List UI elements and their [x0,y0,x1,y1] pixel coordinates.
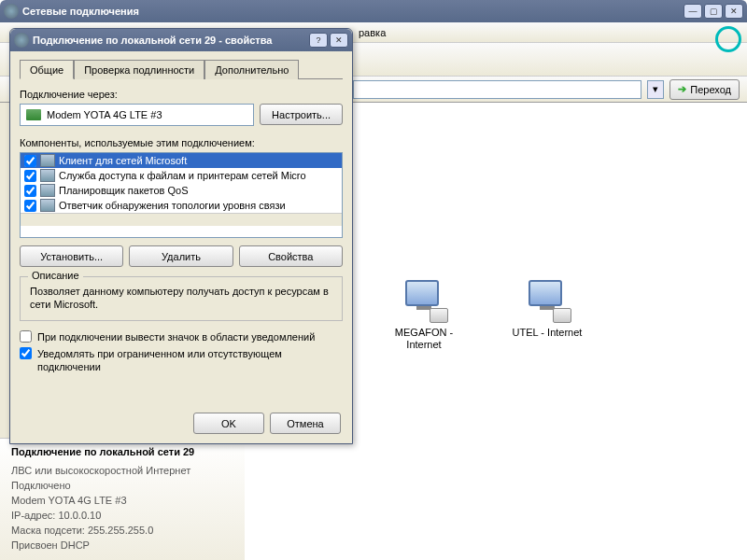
component-checkbox[interactable] [24,155,36,167]
details-title: Подключение по локальной сети 29 [11,446,233,457]
main-title: Сетевые подключения [22,6,684,17]
tab-advanced[interactable]: Дополнительно [204,60,299,79]
address-input[interactable] [353,80,641,99]
dialog-titlebar[interactable]: Подключение по локальной сети 29 - свойс… [10,29,352,51]
details-dhcp: Присвоен DHCP [11,538,233,553]
components-list[interactable]: Клиент для сетей Microsoft Служба доступ… [20,152,343,238]
component-item[interactable]: Ответчик обнаружения топологии уровня св… [21,198,342,213]
configure-button[interactable]: Настроить... [260,104,343,125]
remove-button[interactable]: Удалить [129,245,233,267]
details-panel: Подключение по локальной сети 29 ЛВС или… [0,438,245,560]
app-icon [4,4,19,19]
component-item[interactable]: Клиент для сетей Microsoft [21,153,342,168]
component-checkbox[interactable] [24,200,36,212]
go-arrow-icon: ➔ [678,83,686,95]
adapter-field[interactable]: Modem YOTA 4G LTE #3 [20,104,254,126]
dialog-title: Подключение по локальной сети 29 - свойс… [33,35,309,46]
ok-button[interactable]: OK [193,413,264,434]
tray-icon-checkbox[interactable] [20,330,32,343]
component-checkbox[interactable] [24,170,36,182]
install-button[interactable]: Установить... [20,245,123,267]
details-adapter: Modem YOTA 4G LTE #3 [11,493,233,508]
close-button[interactable]: ✕ [725,4,743,19]
details-mask: Маска подсети: 255.255.255.0 [11,523,233,538]
dialog-icon [14,33,29,48]
description-title: Описание [28,270,83,281]
component-item[interactable]: Планировщик пакетов QoS [21,183,342,198]
component-icon [40,184,55,197]
minimize-button[interactable]: — [684,4,702,19]
component-icon [40,154,55,167]
components-label: Компоненты, используемые этим подключени… [20,137,343,148]
tray-icon-label: При подключении вывести значок в области… [37,330,315,343]
component-icon [40,199,55,212]
connection-megafon-internet[interactable]: MEGAFON - Internet [379,278,469,351]
dialog-help-button[interactable]: ? [309,33,328,48]
connection-utel[interactable]: UTEL - Internet [502,278,592,351]
dialog-tabs: Общие Проверка подлинности Дополнительно [20,59,343,79]
horizontal-scrollbar[interactable] [21,213,342,226]
notify-checkbox[interactable] [20,347,32,359]
menu-help[interactable]: равка [351,25,393,40]
throbber-icon [715,26,741,52]
properties-dialog: Подключение по локальной сети 29 - свойс… [9,28,353,444]
dialog-close-button[interactable]: ✕ [330,33,348,48]
connect-via-label: Подключение через: [20,89,343,100]
go-button[interactable]: ➔ Переход [669,79,740,100]
address-dropdown-icon[interactable]: ▾ [647,80,664,99]
nic-icon [26,109,41,120]
description-text: Позволяет данному компьютеру получать до… [30,285,332,311]
details-status: Подключено [11,478,233,493]
properties-button[interactable]: Свойства [239,245,343,267]
component-checkbox[interactable] [24,185,36,197]
cancel-button[interactable]: Отмена [270,413,341,434]
tab-auth[interactable]: Проверка подлинности [74,60,204,79]
maximize-button[interactable]: ▢ [704,4,723,19]
description-groupbox: Описание Позволяет данному компьютеру по… [20,276,343,321]
details-ip: IP-адрес: 10.0.0.10 [11,508,233,523]
tab-general[interactable]: Общие [20,60,74,79]
details-type: ЛВС или высокоскоростной Интернет [11,463,233,478]
notify-label: Уведомлять при ограниченном или отсутств… [37,347,343,373]
main-titlebar[interactable]: Сетевые подключения — ▢ ✕ [0,0,747,22]
component-item[interactable]: Служба доступа к файлам и принтерам сете… [21,168,342,183]
component-icon [40,169,55,182]
